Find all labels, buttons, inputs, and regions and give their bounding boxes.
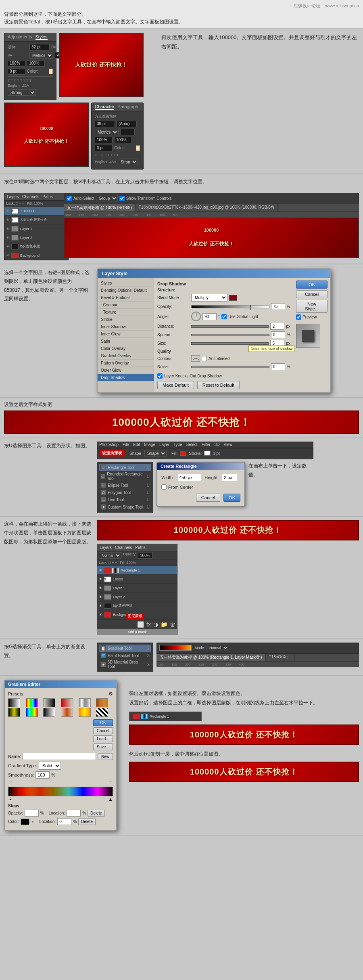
canvas-tab-6-main[interactable]: 五一特卖海淘教程 @ 100% (Rectangle 1, Layer Mask… [156,654,266,661]
presets-gear-icon[interactable]: ⚙ [108,691,113,697]
shadow-color-swatch[interactable] [229,295,237,301]
eye-5-1[interactable]: 👁 [99,568,102,572]
angle-dial[interactable] [191,312,201,321]
opacity-stop-2[interactable] [109,781,112,784]
eye-5-6[interactable]: 👁 [99,613,102,617]
shape-type-select[interactable]: Shape [144,450,167,456]
opacity-stop-1[interactable] [9,781,12,784]
eye-5-3[interactable]: 👁 [99,586,102,590]
global-light-checkbox[interactable] [221,314,227,319]
style-item-outer-glow[interactable]: Outer Glow [98,367,154,374]
fill-color[interactable] [180,451,186,456]
opacity-handle[interactable] [250,305,251,310]
eye-icon-4[interactable]: 👁 [6,236,10,240]
gradient-load-btn[interactable]: Load... [93,735,113,742]
layer-5-3[interactable]: 👁 Layer 1 [97,584,177,593]
style-item-bevel[interactable]: Bevel & Emboss [98,294,154,302]
preset-9[interactable] [43,708,55,717]
blend-mode-select[interactable]: Multiply [191,294,227,302]
metrics-2[interactable]: Metrics [95,129,119,135]
color-swatch-2[interactable] [136,145,140,151]
style-select-2[interactable]: Strong [118,159,138,165]
gradient-name-input[interactable]: Custom [23,753,96,760]
canvas-tab-main[interactable]: 五一特卖海淘教程 @ 100% (RGB/8) [64,204,136,211]
adjust-icon[interactable]: ◑ [153,621,158,628]
group-select[interactable]: Group [96,195,118,201]
stop-location-input[interactable] [67,810,81,817]
new-style-btn[interactable]: New Style... [296,300,328,313]
baseline-input[interactable] [8,68,25,75]
opacity-input[interactable] [271,303,285,310]
stop-color-swatch[interactable] [21,819,29,825]
gradient-mode[interactable]: Normal [207,645,229,651]
stop-color-loc-input[interactable] [57,818,71,825]
layers-tab-5[interactable]: Layers [100,545,112,550]
baseline-2[interactable] [95,145,113,151]
menu-filter[interactable]: Filter [201,442,210,447]
preset-3[interactable] [43,698,55,707]
canvas-tab-img[interactable]: T18oOrXqXcX0b2TT8x--1680--420.jpg_q90.jp… [136,204,278,211]
color-stop-2[interactable] [109,798,112,801]
style-item-stroke[interactable]: Stroke [98,316,154,323]
layer-row-6[interactable]: 👁 Background [4,251,68,260]
canvas-tab-6-img[interactable]: T18oOrXq... [266,654,294,661]
preset-7[interactable] [8,708,20,717]
style-item-texture[interactable]: Texture [98,309,154,316]
kern-2[interactable] [120,129,135,135]
layers-tab[interactable]: Layers [7,195,19,199]
noise-slider[interactable] [191,366,269,368]
style-item-blending[interactable]: Blending Options: Default [98,287,154,294]
layer-5-4[interactable]: 👁 Layer 2 [97,593,177,601]
anti-alias-checkbox[interactable] [202,356,207,361]
character-tab[interactable]: Character [95,104,114,110]
blend-mode-5[interactable]: Normal [99,552,121,559]
folder-icon[interactable]: 📁 [161,621,167,628]
paragraph-tab[interactable]: Paragraph [117,104,138,110]
auto-select-checkbox[interactable] [67,196,72,201]
ok-btn[interactable]: OK [296,281,328,289]
fx-icon[interactable]: fx [146,621,151,628]
layer-row-1[interactable]: 👁 T T 100000 [4,207,68,216]
eye-icon-1[interactable]: 👁 [6,209,10,213]
paths-tab-5[interactable]: Paths [135,545,146,550]
adjustments-tab[interactable]: Adjustments [8,34,32,40]
opacity-slider[interactable] [191,305,269,308]
opacity-5[interactable] [138,552,152,559]
preview-checkbox[interactable] [296,314,301,320]
v-scale-input[interactable] [27,60,45,67]
preset-4[interactable] [61,698,73,707]
smoothness-input[interactable] [35,771,50,779]
metrics-select[interactable]: Metrics [29,52,53,59]
tool-3d-material[interactable]: ◈ 3D Material Drop Tool G [99,659,151,670]
channels-tab[interactable]: Channels [22,195,39,199]
cancel-btn[interactable]: Cancel [296,290,328,298]
style-item-inner-glow[interactable]: Inner Glow [98,331,154,338]
tool-paint-bucket[interactable]: 🪣 Paint Bucket Tool G [99,652,151,659]
spread-slider[interactable] [191,334,269,336]
styles-tab[interactable]: Styles [35,34,48,40]
gradient-preview-bar[interactable] [159,645,192,651]
rect-cancel-btn[interactable]: Cancel [196,494,220,502]
menu-view[interactable]: View [224,442,233,447]
height-input[interactable] [222,474,238,481]
gradient-new-btn[interactable]: New [98,753,113,760]
angle-input[interactable] [202,313,217,320]
gradient-ok-btn[interactable]: OK [93,719,113,726]
preset-8[interactable] [26,708,38,717]
preset-2[interactable] [26,698,38,707]
spread-input[interactable] [271,331,285,338]
layer-row-4[interactable]: 👁 Layer 2 [4,233,68,242]
tool-ellipse[interactable]: ○ Ellipse Tool U [99,482,151,489]
font-size-input[interactable] [29,44,50,50]
style-select[interactable]: Strong [8,89,36,96]
preset-12[interactable] [96,708,108,717]
layer-row-3[interactable]: 👁 Layer 1 [4,224,68,233]
layer-row-5[interactable]: 👁 bg-透色中黑 [4,242,68,251]
width-input[interactable] [177,474,201,481]
color-stop-1[interactable] [9,798,12,801]
eye-5-2[interactable]: 👁 [99,577,102,581]
tool-rounded-rect[interactable]: ▭ Rounded Rectangle Tool U [99,471,151,482]
style-item-satin[interactable]: Satin [98,338,154,345]
tool-line[interactable]: — Line Tool U [99,496,151,503]
eye-5-4[interactable]: 👁 [99,595,102,599]
